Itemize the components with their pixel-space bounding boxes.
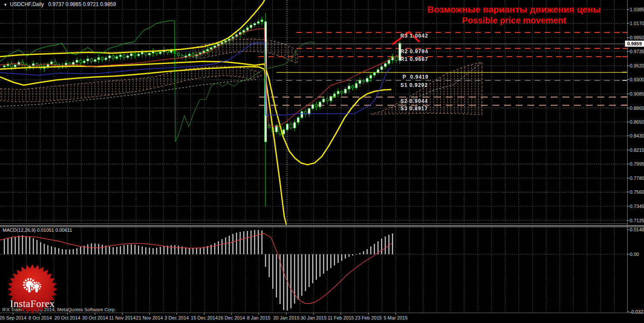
time-tick-label: 20 Oct 2014: [54, 315, 80, 320]
time-tick-label: 11 Feb 2015: [328, 315, 354, 320]
time-tick-label: 26 Dec 2014: [218, 315, 245, 320]
price-tick-label: 0.7125: [630, 218, 644, 223]
time-tick-label: 26 Sep 2014: [0, 315, 26, 320]
chart-title: ▼USDCHF,Daily 0.9737 0.9865 0.9721 0.985…: [3, 1, 116, 7]
grid-lines: [0, 0, 627, 312]
macd-tick-label: 0.01487: [630, 227, 644, 232]
price-tick-label: 0.7345: [630, 204, 644, 209]
price-tick-label: 1.0385: [630, 7, 644, 12]
macd-indicator-label: MACD(12,26,9) 0.01051 0.00611: [3, 227, 72, 233]
indicator-lines: [0, 0, 419, 225]
chart-canvas[interactable]: [0, 0, 644, 323]
pivot-level-label: S2 0.9044: [400, 98, 428, 104]
price-tick-label: 0.7995: [630, 161, 644, 166]
time-tick-label: 3 Dec 2014: [165, 315, 189, 320]
price-tick-label: 0.8430: [630, 133, 644, 138]
price-tick-label: 0.9520: [630, 63, 644, 68]
instaforex-logo: InstaForex: [6, 262, 59, 315]
logo-text: InstaForex: [10, 298, 54, 310]
price-tick-label: 0.7780: [630, 176, 644, 181]
time-tick-label: 20 Jan 2015: [273, 315, 300, 320]
pane-borders: [0, 0, 644, 315]
symbol-period-label: USDCHF,Daily: [10, 1, 44, 7]
macd-pane: [0, 230, 393, 310]
pane-separator[interactable]: [0, 224, 644, 227]
time-tick-label: 30 Oct 2014: [82, 315, 108, 320]
macd-tick-label: 0.00: [630, 252, 639, 257]
current-price-badge: 0.9859: [625, 41, 644, 47]
time-tick-label: 23 Feb 2015: [355, 315, 382, 320]
price-tick-label: 0.9950: [630, 35, 644, 40]
price-tick-label: 0.8215: [630, 147, 644, 153]
annotation-text-en: Possible price movement: [462, 16, 566, 26]
time-tick-label: 30 Jan 2015: [301, 315, 327, 320]
price-tick-label: 0.9300: [630, 77, 644, 82]
symbol-dropdown-icon[interactable]: ▼: [3, 3, 7, 7]
time-tick-label: 15 Dec 2014: [191, 315, 218, 320]
ohlc-values: 0.9737 0.9865 0.9721 0.9859: [48, 1, 116, 7]
pivot-level-label: R3 1.0042: [400, 33, 428, 39]
pivot-level-label: S3 0.8917: [400, 106, 428, 112]
price-tick-label: 0.9085: [630, 91, 644, 96]
time-tick-label: 5 Mar 2015: [384, 315, 408, 320]
price-tick-label: 1.0170: [630, 21, 644, 26]
time-tick-label: 21 Nov 2014: [136, 315, 163, 320]
time-tick-label: 8 Oct 2014: [29, 315, 52, 320]
time-tick-label: 8 Jan 2015: [247, 315, 270, 320]
price-tick-label: 0.7560: [630, 189, 644, 195]
pivot-level-label: R2 0.9794: [400, 48, 428, 54]
annotation-text-ru: Возможные варианты движения цены: [427, 4, 600, 15]
pivot-level-label: R1 0.9667: [400, 56, 428, 62]
price-tick-label: 0.8650: [630, 119, 644, 125]
macd-tick-label: -0.03238: [630, 309, 644, 314]
trading-terminal-window: ▼USDCHF,Daily 0.9737 0.9865 0.9721 0.985…: [0, 0, 644, 323]
pivot-level-label: S1 0.9292: [400, 82, 428, 88]
pivot-level-label: P 0.9419: [403, 74, 428, 80]
time-tick-label: 11 Nov 2014: [109, 315, 136, 320]
price-tick-label: 0.8865: [630, 106, 644, 111]
price-tick-label: 0.9735: [630, 49, 644, 54]
